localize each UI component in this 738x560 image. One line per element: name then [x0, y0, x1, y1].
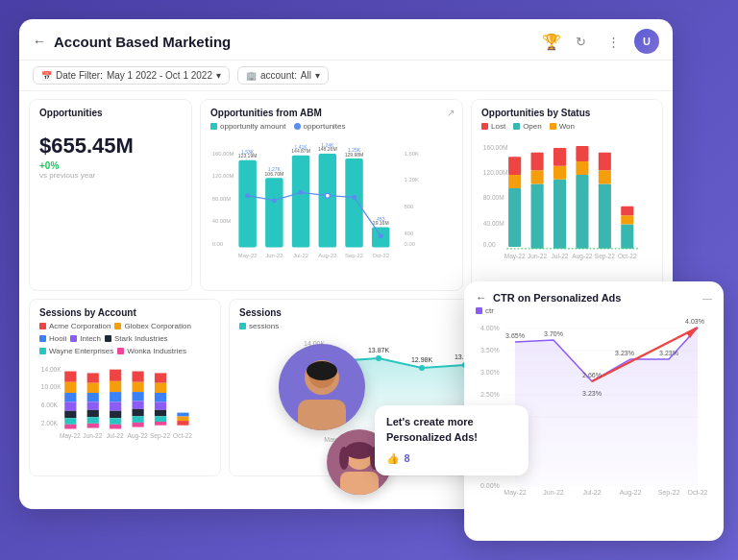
filter-icon: 🏢: [246, 71, 257, 81]
svg-text:453: 453: [377, 216, 385, 222]
svg-text:1.25K: 1.25K: [348, 147, 361, 153]
svg-rect-52: [554, 166, 566, 180]
legend-open: Open: [513, 122, 542, 131]
svg-text:Jun-22: Jun-22: [543, 489, 564, 496]
back-button[interactable]: ←: [33, 34, 46, 49]
legend-stark-color: [105, 335, 111, 342]
svg-text:14.00K: 14.00K: [41, 366, 62, 373]
svg-rect-47: [508, 157, 521, 175]
ctr-back-button[interactable]: ←: [476, 291, 487, 304]
opp-by-status-title: Opportunities by Status: [481, 108, 652, 118]
svg-point-25: [299, 190, 304, 195]
svg-rect-87: [87, 424, 99, 428]
svg-text:Aug-22: Aug-22: [620, 489, 642, 497]
svg-text:160.00M: 160.00M: [212, 151, 234, 157]
svg-rect-51: [554, 180, 566, 249]
svg-text:Jun-22: Jun-22: [83, 432, 102, 439]
legend-hooii: Hooii: [39, 334, 66, 343]
legend-sessions-label: sessions: [249, 322, 279, 330]
expand-icon[interactable]: ↗: [447, 108, 455, 118]
legend-sessions-color: [239, 323, 246, 329]
svg-text:3.65%: 3.65%: [505, 332, 525, 339]
svg-text:Oct-22: Oct-22: [687, 489, 707, 496]
ctr-actions: —: [702, 293, 712, 304]
ctr-header: ← CTR on Personalized Ads —: [476, 291, 712, 304]
legend-won-color: [550, 123, 556, 130]
legend-ctr-color: [476, 307, 482, 314]
chevron-down-icon: ▾: [216, 70, 221, 81]
opportunities-card: Opportunities $655.45M +0% vs previous y…: [29, 99, 192, 291]
svg-text:Sep-22: Sep-22: [150, 432, 170, 440]
svg-rect-17: [345, 158, 362, 247]
svg-rect-75: [64, 382, 76, 393]
svg-rect-104: [155, 393, 166, 402]
header: ← Account Based Marketing 🏆 ↻ ⋮ U: [19, 19, 673, 61]
svg-rect-53: [554, 148, 566, 166]
svg-rect-90: [110, 392, 121, 402]
svg-point-125: [419, 365, 425, 371]
legend-stark-label: Stark Industries: [114, 334, 168, 343]
svg-text:80.00M: 80.00M: [212, 196, 232, 202]
legend-stark: Stark Industries: [105, 334, 168, 343]
svg-rect-80: [64, 425, 76, 429]
svg-rect-107: [155, 416, 166, 422]
legend-won: Won: [550, 122, 575, 131]
legend-hooii-label: Hooii: [49, 334, 66, 343]
svg-rect-46: [508, 175, 521, 188]
legend-globex: Globex Corporation: [114, 322, 190, 330]
legend-globex-label: Globex Corporation: [124, 322, 190, 330]
svg-rect-58: [599, 170, 611, 183]
svg-text:Sep-22: Sep-22: [595, 253, 615, 260]
svg-rect-11: [292, 156, 309, 248]
svg-text:120.00M: 120.00M: [212, 173, 234, 179]
svg-text:40.00M: 40.00M: [483, 220, 504, 227]
svg-point-174: [345, 442, 374, 459]
svg-text:Oct-22: Oct-22: [618, 253, 637, 259]
svg-text:May-22: May-22: [238, 253, 258, 258]
account-filter-value: All: [301, 70, 311, 81]
svg-text:Jul-22: Jul-22: [293, 253, 308, 258]
legend-amount: opportunity amount: [210, 122, 286, 131]
svg-rect-86: [87, 417, 99, 424]
opportunities-pct: +0%: [39, 160, 182, 171]
chat-bubble: Let's create more Personalized Ads! 👍 8: [375, 405, 529, 475]
svg-text:Jun-22: Jun-22: [265, 253, 283, 258]
legend-ctr-label: ctr: [485, 306, 494, 315]
account-filter-button[interactable]: 🏢 account: All ▾: [237, 66, 329, 85]
svg-text:Jul-22: Jul-22: [107, 432, 124, 439]
more-options-button[interactable]: ⋮: [602, 30, 625, 53]
svg-rect-96: [132, 382, 143, 392]
svg-point-27: [352, 195, 357, 200]
date-filter-button[interactable]: 📅 Date Filter: May 1 2022 - Oct 1 2022 ▾: [33, 66, 230, 85]
avatar[interactable]: U: [634, 29, 659, 54]
svg-text:Aug-22: Aug-22: [318, 253, 336, 258]
ctr-minimize-button[interactable]: —: [702, 293, 712, 304]
legend-wayne: Wayne Enterprises: [39, 347, 113, 355]
legend-opps: opportunites: [294, 122, 346, 131]
date-filter-label: Date Filter:: [56, 70, 103, 81]
svg-rect-8: [265, 178, 283, 247]
refresh-button[interactable]: ↻: [569, 30, 592, 53]
svg-text:3.23%: 3.23%: [659, 350, 678, 356]
svg-rect-83: [87, 393, 99, 402]
svg-rect-56: [576, 146, 588, 161]
legend-wonka-color: [117, 348, 124, 354]
legend-opps-label: opportunites: [304, 122, 346, 131]
svg-text:Aug-22: Aug-22: [572, 253, 592, 260]
svg-point-28: [379, 233, 383, 238]
legend-intech-color: [70, 335, 77, 342]
svg-text:May-22: May-22: [504, 489, 526, 497]
svg-rect-55: [576, 161, 588, 175]
svg-rect-100: [132, 416, 143, 423]
svg-rect-111: [177, 413, 188, 417]
svg-text:3.00%: 3.00%: [480, 369, 500, 376]
svg-text:800: 800: [405, 204, 415, 209]
svg-rect-61: [621, 215, 633, 224]
header-actions: ↻ ⋮ U: [569, 29, 659, 54]
date-filter-value: May 1 2022 - Oct 1 2022: [107, 70, 212, 81]
svg-text:Jul-22: Jul-22: [552, 253, 569, 259]
opp-from-abm-title: Opportunities from ABM: [210, 108, 453, 118]
chat-reaction-row: 👍 8: [386, 449, 517, 466]
svg-text:Oct-22: Oct-22: [173, 432, 192, 439]
svg-rect-54: [576, 175, 588, 249]
